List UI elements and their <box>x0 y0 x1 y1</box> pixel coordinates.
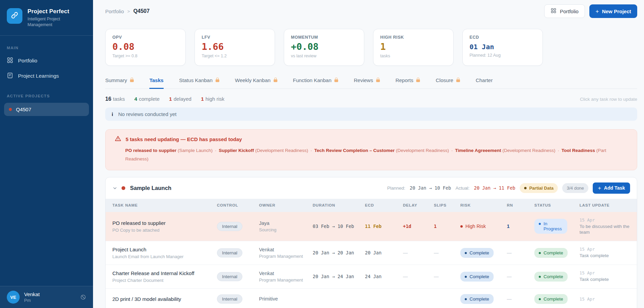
last-update-note: To be discussed with the team <box>579 224 633 235</box>
stat-label: complete <box>139 96 160 102</box>
tab-closure[interactable]: Closure <box>436 77 460 89</box>
avatar: VE <box>7 291 20 304</box>
owner-name: Jaya <box>259 220 305 226</box>
control-badge: Internal <box>217 272 242 281</box>
tab-weekly-kanban[interactable]: Weekly Kanban <box>235 77 277 89</box>
kpi-label: OPV <box>112 35 179 40</box>
warning-task-context: (Development Readiness) <box>254 148 310 153</box>
kpi-card-ecd: ECD 01 Jan Planned: 12 Aug <box>462 29 543 66</box>
sidebar-user[interactable]: VE Venkat Pm <box>0 286 93 308</box>
col-owner: OWNER <box>255 199 309 212</box>
kpi-row: OPV 0.08 Target >= 0.8 LFV 1.66 Target <… <box>105 29 637 66</box>
breadcrumb-separator: > <box>127 9 130 14</box>
lock-icon <box>130 79 134 82</box>
tab-label: Closure <box>436 77 453 83</box>
task-name: Charter Release and Internal Kickoff <box>112 270 209 276</box>
portfolio-button[interactable]: Portfolio <box>544 4 585 18</box>
table-hint: Click any task row to update <box>580 97 637 102</box>
tab-label: Summary <box>105 77 127 83</box>
kpi-card-opv: OPV 0.08 Target >= 0.8 <box>105 29 186 66</box>
last-update-date: 15 Apr <box>579 296 633 302</box>
kpi-sub: tasks <box>380 54 446 58</box>
delay: — <box>403 250 408 255</box>
duration: 20 Jan → 24 Jan <box>313 274 354 279</box>
task-subtitle: Launch Email from Launch Manager <box>112 254 209 259</box>
tab-charter[interactable]: Charter <box>476 77 493 89</box>
stat-tasks: 16tasks <box>105 96 125 102</box>
tab-status-kanban[interactable]: Status Kanban <box>179 77 219 89</box>
ecd: 24 Jan <box>365 274 382 279</box>
tab-reviews[interactable]: Reviews <box>354 77 380 89</box>
warning-task-name: Timeline Agreeement <box>455 148 501 153</box>
sidebar-item-project-learnings[interactable]: Project Learnings <box>0 69 93 84</box>
table-row[interactable]: PO released to supplier PO Copy to be at… <box>106 212 637 241</box>
kpi-card-momentum: MOMENTUM +0.08 vs last review <box>284 29 364 66</box>
sidebar: Project Perfect Intelligent Project Mana… <box>0 0 93 308</box>
kpi-sub: Planned: 12 Aug <box>470 53 536 58</box>
new-project-button[interactable]: + New Project <box>589 4 637 18</box>
partial-data-badge: Partial Data <box>520 183 558 193</box>
signout-icon[interactable] <box>80 294 86 300</box>
breadcrumb-current: Q4507 <box>133 8 150 14</box>
stat-value: 1 <box>169 96 172 102</box>
add-task-button[interactable]: + Add Task <box>593 182 630 194</box>
col-status: STATUS <box>530 199 575 212</box>
table-row[interactable]: Project Launch Launch Email from Launch … <box>106 241 637 265</box>
sidebar-project-q4507[interactable]: Q4507 <box>4 103 89 116</box>
tab-summary[interactable]: Summary <box>105 77 134 89</box>
kpi-label: MOMENTUM <box>291 35 357 40</box>
kpi-value: 0.08 <box>112 41 179 52</box>
control-badge: Internal <box>217 248 242 257</box>
stat-complete: 4complete <box>134 96 160 102</box>
topbar: Portfolio > Q4507 Portfolio + New Projec… <box>105 0 637 18</box>
col-last-update: LAST UPDATE <box>575 199 637 212</box>
risk-badge: Complete <box>460 272 494 282</box>
document-icon <box>7 72 13 80</box>
grid-icon <box>7 57 13 65</box>
warning-task-context: (Development Readiness) <box>501 148 557 153</box>
status-badge: Complete <box>534 248 568 258</box>
kpi-value: 01 Jan <box>470 43 536 51</box>
chevron-down-icon[interactable] <box>112 186 117 191</box>
plus-icon: + <box>595 8 599 14</box>
tab-label: Reviews <box>354 77 373 83</box>
breadcrumb-portfolio[interactable]: Portfolio <box>105 8 124 14</box>
col-rn: RN <box>503 199 530 212</box>
tab-function-kanban[interactable]: Function Kanban <box>293 77 338 89</box>
slips: — <box>434 274 439 279</box>
control-badge: Internal <box>217 294 242 304</box>
stat-value: 1 <box>201 96 204 102</box>
col-ecd: ECD <box>361 199 399 212</box>
warning-task-context: (Development Readiness) <box>395 148 450 153</box>
task-subtitle: PO Copy to be attached <box>112 228 209 233</box>
table-row[interactable]: 2D print / 3D model availability Interna… <box>106 288 637 308</box>
tab-reports[interactable]: Reports <box>395 77 420 89</box>
duration: 03 Feb → 10 Feb <box>313 224 354 229</box>
table-row[interactable]: Charter Release and Internal Kickoff Pro… <box>106 265 637 288</box>
warning-separator: · <box>309 148 313 153</box>
tasks-table: TASK NAME CONTROL OWNER DURATION ECD DEL… <box>106 199 637 308</box>
breadcrumb: Portfolio > Q4507 <box>105 8 150 14</box>
status-badge: Complete <box>534 272 568 282</box>
sidebar-section-active-projects: ACTIVE PROJECTS <box>0 94 93 98</box>
status-badge: Complete <box>534 294 568 304</box>
main-content: Portfolio > Q4507 Portfolio + New Projec… <box>93 0 644 308</box>
sidebar-item-portfolio[interactable]: Portfolio <box>0 53 93 69</box>
last-update-date: 15 Apr <box>579 217 633 223</box>
warning-separator: · <box>557 148 560 153</box>
rn: — <box>507 250 512 255</box>
app-name: Project Perfect <box>27 8 72 15</box>
kpi-sub: vs last review <box>291 54 357 58</box>
warning-separator: · <box>214 148 218 153</box>
risk-badge: Complete <box>460 294 494 304</box>
sidebar-item-label: Portfolio <box>18 58 37 64</box>
control-badge: Internal <box>217 222 242 231</box>
kpi-label: HIGH RISK <box>380 35 446 40</box>
kpi-sub: Target <= 1.2 <box>202 54 268 58</box>
lock-icon <box>376 79 380 82</box>
tab-tasks[interactable]: Tasks <box>149 77 163 89</box>
kpi-label: LFV <box>202 35 268 40</box>
grid-icon <box>551 8 556 15</box>
user-role: Pm <box>24 298 40 303</box>
warning-banner: 5 tasks need updating — ECD has passed t… <box>105 129 637 170</box>
